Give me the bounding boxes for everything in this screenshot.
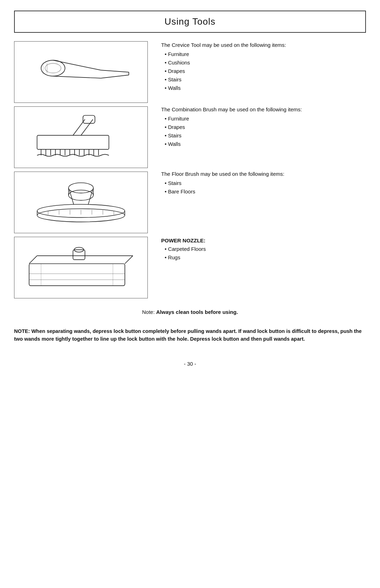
power-nozzle-illustration: [14, 237, 148, 298]
illustrations-col: [14, 41, 151, 302]
crevice-item-1: Furniture: [165, 50, 366, 58]
floor-brush-section: The Floor Brush may be used on the follo…: [161, 170, 366, 228]
crevice-item-3: Drapes: [165, 67, 366, 75]
floor-brush-list: Stairs Bare Floors: [161, 179, 366, 196]
combination-brush-illustration: [14, 106, 148, 168]
note-prefix: Note:: [142, 309, 156, 315]
descriptions-col: The Crevice Tool may be used on the foll…: [151, 41, 366, 302]
power-nozzle-list: Carpeted Floors Rugs: [161, 245, 366, 262]
bottom-note: NOTE: When separating wands, depress loc…: [14, 328, 366, 343]
crevice-item-4: Stairs: [165, 75, 366, 84]
crevice-tool-illustration: [14, 41, 148, 103]
svg-line-3: [101, 70, 129, 72]
combo-item-1: Furniture: [165, 114, 366, 123]
combo-item-4: Walls: [165, 140, 366, 148]
combination-brush-description: The Combination Brush may be used on the…: [161, 106, 366, 113]
combo-item-2: Drapes: [165, 123, 366, 131]
crevice-item-2: Cushions: [165, 58, 366, 67]
combination-brush-section: The Combination Brush may be used on the…: [161, 106, 366, 164]
svg-line-45: [125, 255, 133, 264]
bottom-note-text: When separating wands, depress lock butt…: [14, 328, 362, 342]
combo-item-3: Stairs: [165, 131, 366, 140]
combination-brush-list: Furniture Drapes Stairs Walls: [161, 114, 366, 148]
nozzle-item-1: Carpeted Floors: [165, 245, 366, 253]
crevice-tool-section: The Crevice Tool may be used on the foll…: [161, 41, 366, 99]
svg-line-2: [53, 76, 101, 78]
svg-point-6: [45, 63, 61, 73]
nozzle-item-2: Rugs: [165, 253, 366, 262]
crevice-tool-list: Furniture Cushions Drapes Stairs Walls: [161, 50, 366, 92]
svg-rect-9: [37, 135, 109, 149]
bottom-note-prefix: NOTE:: [14, 328, 31, 334]
note-line: Note: Always clean tools before using.: [14, 309, 366, 315]
power-nozzle-title: POWER NOZZLE:: [161, 237, 366, 243]
floor-item-1: Stairs: [165, 179, 366, 187]
svg-point-35: [69, 190, 94, 200]
floor-brush-description: The Floor Brush may be used on the follo…: [161, 170, 366, 178]
page-title-box: Using Tools: [14, 11, 366, 33]
svg-rect-43: [29, 264, 125, 285]
main-content: The Crevice Tool may be used on the foll…: [14, 41, 366, 302]
floor-item-2: Bare Floors: [165, 187, 366, 196]
svg-line-4: [101, 75, 129, 78]
page-number: - 30 -: [14, 361, 366, 367]
svg-line-1: [53, 60, 101, 70]
crevice-tool-description: The Crevice Tool may be used on the foll…: [161, 41, 366, 49]
floor-brush-illustration: [14, 172, 148, 233]
power-nozzle-section: POWER NOZZLE: Carpeted Floors Rugs: [161, 237, 366, 296]
crevice-item-5: Walls: [165, 84, 366, 92]
svg-line-44: [29, 255, 37, 264]
page-title: Using Tools: [22, 16, 358, 27]
note-bold: Always clean tools before using.: [156, 309, 238, 315]
svg-point-0: [41, 60, 65, 76]
